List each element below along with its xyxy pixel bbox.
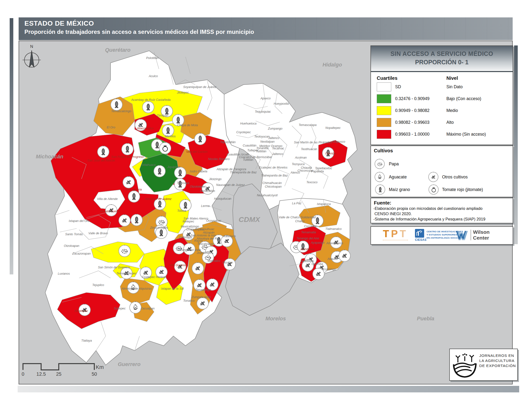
- municipality-label: Tenancingo: [195, 288, 211, 291]
- municipality-label: Almoloya de Juárez: [145, 197, 171, 201]
- municipality-label: Xalatlaco: [223, 234, 236, 238]
- municipality-label: Atlacomulco: [137, 127, 153, 130]
- municipality-label: Santo Tomás: [65, 233, 83, 236]
- municipality-label: Soyaniquilpan de Juárez: [183, 85, 216, 89]
- scale-tick-label: 25: [56, 371, 61, 377]
- municipality-label: Texcoco: [306, 181, 317, 184]
- municipality-label: Temoaya: [177, 181, 189, 185]
- legend-swatch: [377, 83, 391, 91]
- aguacate-icon: [129, 301, 142, 314]
- municipality-label: Zacazonapan: [72, 252, 91, 255]
- tomate-icon: [159, 142, 171, 154]
- municipality-label: Ocuilan: [222, 261, 233, 264]
- municipality-label: Tlalnepantla de Baz: [230, 171, 257, 174]
- legend-row: 0.90949 - 0.98082Medio: [371, 105, 513, 117]
- municipality-label: Luvianos: [58, 272, 70, 275]
- municipality-label: Atenco: [291, 171, 300, 174]
- municipality-label: Temascalapa: [299, 123, 316, 127]
- municipality-label: Calimaya: [179, 236, 192, 239]
- state-label: Guerrero: [118, 361, 141, 367]
- municipality-label: Chicoloapan: [265, 185, 282, 188]
- map-title: ESTADO DE MÉXICO: [24, 19, 513, 27]
- municipality-label: Otumba: [325, 152, 336, 155]
- cultivo-label: Aguacate: [389, 175, 407, 180]
- fuente-panel: Fuente: -Elaboración propia con microdat…: [370, 198, 513, 223]
- municipality-label: Zumpango: [268, 127, 283, 130]
- municipality-label: Zumpahuacán: [191, 295, 211, 299]
- municipality-label: Ixtapan de la Sal: [161, 287, 183, 290]
- jornaleros-field-icon: [452, 352, 478, 378]
- legend-title-line2: PROPORCIÓN 0- 1: [371, 59, 513, 66]
- municipality-label: Isidro Fabela: [190, 170, 207, 173]
- wilson-w-mark: [456, 230, 469, 240]
- municipality-label: Tlalnepantla de Baz: [261, 174, 288, 177]
- municipality-label: San Felipe del Progreso: [111, 155, 144, 159]
- municipality-label: Villa Victoria: [125, 188, 142, 191]
- maiz-icon: [375, 185, 385, 195]
- legend-panel: SIN ACCESO A SERVICIO MÉDICO PROPORCIÓN …: [370, 46, 513, 145]
- state-label: Michoacán: [36, 154, 63, 160]
- municipality-label: Chapa de Mota: [177, 123, 198, 127]
- wilson-center-logo: WilsonCenter: [456, 229, 490, 241]
- legend-level: Sin Dato: [446, 84, 513, 89]
- municipality-label: Nopaltepec: [325, 126, 341, 130]
- otros-icon: [339, 250, 351, 262]
- municipality-label: La Paz: [292, 202, 302, 205]
- jornaleros-line: LA AGRICULTURA: [479, 358, 516, 363]
- municipality-label: San José del Rincón: [87, 159, 115, 162]
- scale-tick-label: 12.5: [37, 371, 46, 377]
- municipality-label: Cocotitlán: [304, 224, 317, 228]
- municipality-label: Huixquilucan: [214, 197, 231, 200]
- municipality-label: Amatepec: [75, 309, 88, 313]
- municipality-label: Ocoyoacac: [206, 219, 221, 223]
- municipality-label: Villa de Allende: [97, 197, 117, 201]
- wilson-line: Wilson: [473, 229, 490, 235]
- municipality-label: Villa Guerrero: [169, 263, 188, 267]
- municipality-label: Metepec: [183, 220, 194, 223]
- municipality-label: Coatepec Harinas: [142, 275, 166, 279]
- municipality-label: Ixtapan del Oro: [69, 219, 89, 223]
- legend-row: 0.32476 - 0.90949Bajo (Con acceso): [371, 93, 513, 105]
- legend-level: Bajo (Con acceso): [446, 96, 513, 101]
- legend-level: Máximo (Sin acceso): [446, 132, 513, 137]
- ciesas-icon: [415, 229, 424, 238]
- municipality-label: Nextlalpan: [260, 140, 275, 143]
- municipality-label: Papalotla: [311, 170, 324, 173]
- otros-icon: [123, 176, 135, 188]
- legend-swatch: [377, 130, 391, 139]
- legend-header: SIN ACCESO A SERVICIO MÉDICO PROPORCIÓN …: [371, 46, 513, 72]
- municipality-label: Amecameca: [326, 242, 343, 245]
- legend-column-headers: Cuartiles Nivel: [371, 75, 513, 81]
- municipality-label: Acambay de Ruíz Castañeda: [131, 98, 171, 102]
- cultivos-panel: Cultivos PapaAguacateMaíz granoOtros cul…: [370, 146, 513, 197]
- tpt-letters: TPT: [380, 229, 411, 239]
- municipality-label: Temamatla: [301, 231, 316, 234]
- state-label: Puebla: [417, 316, 434, 322]
- page: ESTADO DE MÉXICO Proporción de trabajado…: [0, 0, 532, 411]
- maiz-icon: [131, 214, 143, 226]
- municipality-label: Jaltenco: [272, 152, 283, 156]
- municipality-label: San Simón de Guerrero: [98, 266, 130, 269]
- municipality-label: Tenango del Aire: [296, 237, 319, 240]
- municipality-label: Acolman: [295, 156, 307, 159]
- legend-range: 0.32476 - 0.90949: [395, 96, 446, 101]
- scale-tick-label: 50: [92, 371, 97, 377]
- municipality-label: Tecámac: [272, 147, 284, 150]
- otros-icon: [197, 297, 209, 309]
- fuente-line: -Sistema de Información Agropecuaria y P…: [373, 216, 513, 222]
- municipality-label: Naucalpan de Juárez: [216, 183, 245, 187]
- aguacate-icon: [375, 172, 385, 182]
- legend-swatch: [377, 106, 391, 115]
- fuente-title: Fuente:: [374, 200, 513, 206]
- municipality-label: Tepetlixpa: [300, 259, 314, 263]
- wilson-divider: [471, 230, 471, 240]
- papa-icon: [118, 245, 131, 257]
- cultivo-label: Tomate rojo (jitomate): [442, 187, 483, 192]
- wilson-line: Center: [473, 235, 490, 241]
- municipality-label: Coyotepec: [236, 131, 251, 134]
- municipality-label: Tepotzotlán: [220, 140, 236, 144]
- municipality-label: Teotihuacán: [301, 148, 317, 151]
- fuente-line: -Elaboración propia con microdatos del c…: [373, 206, 513, 211]
- municipality-label: Tultitlán: [256, 150, 266, 153]
- municipality-label: Temascaltepec: [116, 272, 137, 275]
